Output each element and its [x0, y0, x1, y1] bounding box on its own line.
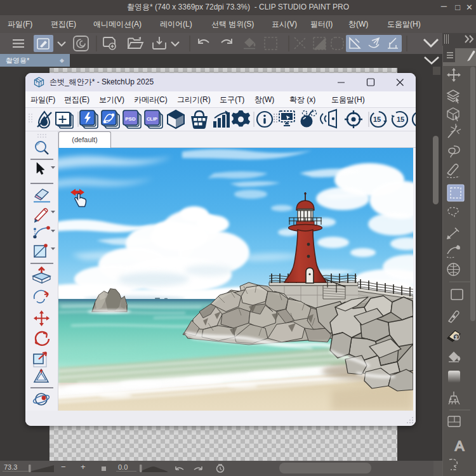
- svg-text:2: 2: [455, 335, 458, 340]
- svg-text:PSD: PSD: [125, 116, 136, 122]
- svg-text:CLIP: CLIP: [147, 116, 157, 122]
- svg-text:A: A: [455, 438, 465, 454]
- svg-text:15: 15: [373, 116, 381, 123]
- svg-text:15: 15: [397, 116, 404, 123]
